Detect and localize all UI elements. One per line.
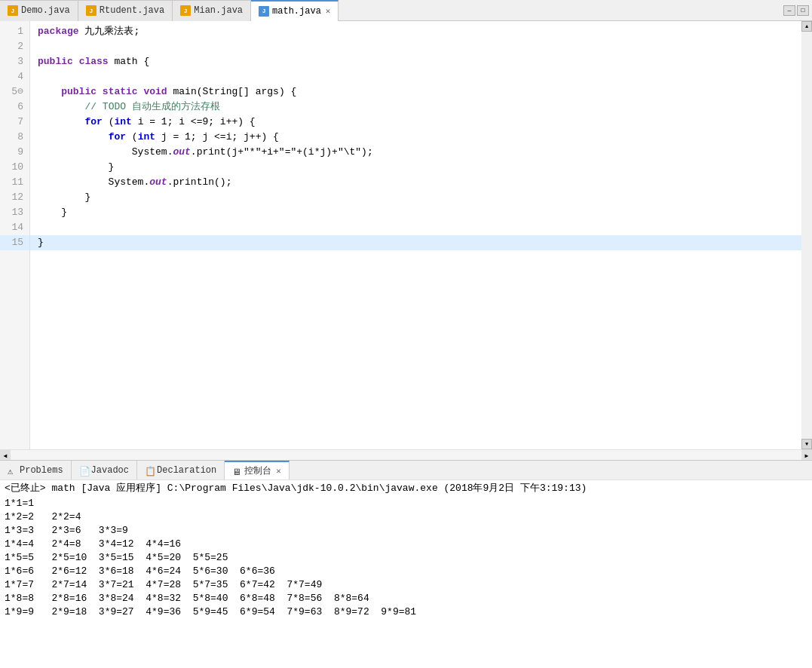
window-controls: — □ bbox=[783, 5, 812, 16]
console-row-7: 1*8=8 2*8=16 3*8=24 4*8=32 5*8=40 6*8=48… bbox=[5, 592, 807, 605]
code-line-7: for (int i = 1; i <=9; i++) { bbox=[30, 115, 801, 130]
tab-problems[interactable]: ⚠ Problems bbox=[0, 461, 72, 480]
console-row-4: 1*5=5 2*5=10 3*5=15 4*5=20 5*5=25 bbox=[5, 551, 807, 565]
minimize-button[interactable]: — bbox=[783, 5, 795, 16]
right-scrollbar[interactable]: ▲ ▼ bbox=[801, 21, 812, 449]
tab-mian-icon: J bbox=[180, 5, 191, 16]
tab-mian-label: Mian.java bbox=[194, 5, 243, 16]
scroll-down-button[interactable]: ▼ bbox=[801, 439, 812, 449]
line-num-3: 3 bbox=[0, 54, 29, 69]
code-line-2 bbox=[30, 39, 801, 54]
console-row-0: 1*1=1 bbox=[5, 497, 807, 510]
editor-container: 1 2 3 4 5⊖ 6 7 8 9 10 11 12 13 14 15 pac… bbox=[0, 21, 812, 449]
code-line-13: } bbox=[30, 205, 801, 220]
scroll-up-button[interactable]: ▲ bbox=[801, 21, 812, 32]
tab-console[interactable]: 🖥 控制台 ✕ bbox=[225, 461, 290, 480]
code-line-14 bbox=[30, 220, 801, 235]
code-line-3: public class math { bbox=[30, 54, 801, 69]
tab-math[interactable]: J math.java ✕ bbox=[251, 0, 339, 21]
tab-demo-label: Demo.java bbox=[21, 5, 70, 16]
problems-icon: ⚠ bbox=[8, 466, 17, 475]
code-line-6: // TODO 自动生成的方法存根 bbox=[30, 100, 801, 115]
console-row-8: 1*9=9 2*9=18 3*9=27 4*9=36 5*9=45 6*9=54… bbox=[5, 605, 807, 619]
horizontal-scrollbar[interactable]: ◀ ▶ bbox=[0, 449, 812, 460]
tab-javadoc-label: Javadoc bbox=[91, 465, 129, 476]
maximize-button[interactable]: □ bbox=[797, 5, 809, 16]
h-scroll-track[interactable] bbox=[11, 450, 801, 460]
console-row-6: 1*7=7 2*7=14 3*7=21 4*7=28 5*7=35 6*7=42… bbox=[5, 578, 807, 592]
console-header: <已终止> math [Java 应用程序] C:\Program Files\… bbox=[5, 482, 807, 495]
tab-bar: J Demo.java J Rtudent.java J Mian.java J… bbox=[0, 0, 812, 21]
line-num-13: 13 bbox=[0, 205, 29, 220]
code-line-9: System.out.print(j+"*"+i+"="+(i*j)+"\t")… bbox=[30, 145, 801, 160]
scroll-track[interactable] bbox=[801, 32, 812, 439]
scroll-left-button[interactable]: ◀ bbox=[0, 450, 11, 461]
code-line-12: } bbox=[30, 190, 801, 205]
console-row-3: 1*4=4 2*4=8 3*4=12 4*4=16 bbox=[5, 538, 807, 551]
line-num-4: 4 bbox=[0, 69, 29, 84]
line-num-12: 12 bbox=[0, 190, 29, 205]
console-row-2: 1*3=3 2*3=6 3*3=9 bbox=[5, 524, 807, 538]
code-line-15: } bbox=[30, 235, 801, 250]
line-num-6: 6 bbox=[0, 100, 29, 115]
console-output: <已终止> math [Java 应用程序] C:\Program Files\… bbox=[0, 480, 812, 668]
bottom-tabs: ⚠ Problems 📄 Javadoc 📋 Declaration 🖥 控制台… bbox=[0, 460, 812, 480]
line-num-14: 14 bbox=[0, 220, 29, 235]
line-num-7: 7 bbox=[0, 115, 29, 130]
tab-problems-label: Problems bbox=[20, 465, 63, 476]
line-num-9: 9 bbox=[0, 145, 29, 160]
tab-declaration[interactable]: 📋 Declaration bbox=[137, 461, 225, 480]
console-row-5: 1*6=6 2*6=12 3*6=18 4*6=24 5*6=30 6*6=36 bbox=[5, 565, 807, 578]
line-num-2: 2 bbox=[0, 39, 29, 54]
tab-declaration-label: Declaration bbox=[157, 465, 216, 476]
line-numbers: 1 2 3 4 5⊖ 6 7 8 9 10 11 12 13 14 15 bbox=[0, 21, 30, 449]
tab-console-label: 控制台 bbox=[244, 464, 271, 477]
tab-rtudent[interactable]: J Rtudent.java bbox=[78, 0, 173, 21]
code-line-1: package 九九乘法表; bbox=[30, 24, 801, 39]
code-line-11: System.out.println(); bbox=[30, 175, 801, 190]
declaration-icon: 📋 bbox=[145, 466, 154, 475]
line-num-5: 5⊖ bbox=[0, 84, 29, 100]
tab-mian[interactable]: J Mian.java bbox=[173, 0, 251, 21]
code-line-4 bbox=[30, 69, 801, 84]
console-close-button[interactable]: ✕ bbox=[276, 466, 281, 476]
tab-rtudent-label: Rtudent.java bbox=[100, 5, 164, 16]
tab-rtudent-icon: J bbox=[86, 5, 97, 16]
line-num-10: 10 bbox=[0, 160, 29, 175]
code-line-8: for (int j = 1; j <=i; j++) { bbox=[30, 130, 801, 145]
console-row-1: 1*2=2 2*2=4 bbox=[5, 510, 807, 524]
code-line-10: } bbox=[30, 160, 801, 175]
tab-math-icon: J bbox=[259, 6, 269, 17]
code-line-5: public static void main(String[] args) { bbox=[30, 84, 801, 100]
code-area[interactable]: package 九九乘法表; public class math { publi… bbox=[30, 21, 801, 449]
line-num-11: 11 bbox=[0, 175, 29, 190]
tab-javadoc[interactable]: 📄 Javadoc bbox=[72, 461, 137, 480]
tab-demo-icon: J bbox=[8, 5, 18, 16]
line-num-8: 8 bbox=[0, 130, 29, 145]
scroll-right-button[interactable]: ▶ bbox=[801, 450, 812, 461]
tab-math-label: math.java bbox=[272, 6, 321, 17]
console-icon: 🖥 bbox=[232, 467, 241, 476]
line-num-15: 15 bbox=[0, 235, 29, 250]
tab-math-close[interactable]: ✕ bbox=[326, 6, 331, 16]
tab-demo[interactable]: J Demo.java bbox=[0, 0, 78, 21]
line-num-1: 1 bbox=[0, 24, 29, 39]
javadoc-icon: 📄 bbox=[79, 466, 88, 475]
